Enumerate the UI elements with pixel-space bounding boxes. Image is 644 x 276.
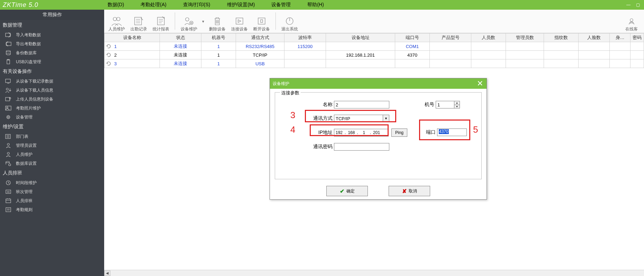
svg-rect-8 (6, 97, 10, 101)
th-name[interactable]: 设备名称 (105, 34, 160, 42)
sidebar-item-person[interactable]: 人员维护 (0, 150, 104, 159)
svg-point-2 (6, 50, 10, 52)
th-comm[interactable]: 通信方式 (236, 34, 284, 42)
table-header-row: 设备名称 状态 机器号 通信方式 波特率 设备地址 端口号 产品型号 人员数 管… (105, 34, 644, 42)
dialog-title: 设备维护 (273, 81, 289, 87)
ping-button[interactable]: Ping (391, 129, 407, 137)
input-password[interactable] (334, 143, 389, 151)
scroll-left-icon[interactable]: ◀ (104, 270, 110, 276)
table-row[interactable]: 3未连接1USB (105, 59, 644, 68)
sidebar-item-backup[interactable]: 备份数据库 (0, 48, 104, 57)
tb-exit[interactable]: 退出系统 (279, 11, 300, 32)
menu-device-mgmt[interactable]: 设备管理 (271, 2, 291, 8)
th-admins[interactable]: 管理员数 (506, 34, 544, 42)
sidebar-item-shift[interactable]: 班次管理 (0, 187, 104, 196)
sidebar-header: 常用操作 (0, 10, 104, 20)
sidebar-item-schedule[interactable]: 人员排班 (0, 196, 104, 205)
th-port[interactable]: 端口号 (395, 34, 430, 42)
label-machine-no: 机号 (418, 102, 434, 108)
rules-icon (5, 207, 12, 213)
tb-device-dropdown[interactable]: ▾ (201, 11, 206, 32)
cancel-button[interactable]: ✘取消 (389, 186, 430, 196)
svg-point-14 (7, 143, 9, 145)
input-machine-no[interactable]: ▲▼ (436, 101, 460, 108)
svg-point-3 (6, 54, 10, 55)
svg-rect-20 (6, 199, 11, 203)
menu-query[interactable]: 查询/打印(S) (183, 2, 210, 8)
th-face[interactable]: 人脸数 (579, 34, 610, 42)
svg-point-27 (190, 21, 193, 25)
label-comm: 通讯方式 (308, 115, 333, 122)
maximize-icon[interactable]: ▢ (636, 2, 640, 7)
marker-5: 5 (473, 124, 478, 135)
sidebar-item-rules[interactable]: 考勤规则 (0, 205, 104, 214)
menu-maintain[interactable]: 维护/设置(M) (227, 2, 255, 8)
th-status[interactable]: 状态 (160, 34, 201, 42)
group-device-ops: 有关设备操作 (0, 66, 104, 77)
refresh-icon (106, 44, 111, 49)
tb-online[interactable]: 在线客 (621, 11, 642, 32)
tb-delete[interactable]: 删除设备 (207, 11, 228, 32)
person-icon (5, 151, 12, 158)
menu-data[interactable]: 数据(D) (108, 2, 124, 8)
th-baud[interactable]: 波特率 (284, 34, 326, 42)
sidebar-item-upload-personnel[interactable]: 上传人员信息到设备 (0, 95, 104, 104)
sidebar-item-download-personnel[interactable]: 从设备下载人员信息 (0, 86, 104, 95)
import-icon (5, 32, 12, 38)
th-machine-no[interactable]: 机器号 (201, 34, 236, 42)
th-model[interactable]: 产品型号 (430, 34, 471, 42)
tb-disconnect[interactable]: 断开设备 (251, 11, 272, 32)
group-data-mgmt: 数据管理 (0, 20, 104, 30)
close-icon[interactable]: ✕ (477, 79, 483, 88)
sidebar: 常用操作 数据管理 导入考勤数据 导出考勤数据 备份数据库 USB闪盘管理 有关… (0, 10, 104, 276)
tb-attlog[interactable]: 出勤记录 (128, 11, 149, 32)
toolbar-separator (175, 12, 175, 30)
tb-connect[interactable]: 连接设备 (229, 11, 250, 32)
th-addr[interactable]: 设备地址 (326, 34, 395, 42)
th-pwd[interactable]: 密码 (631, 34, 644, 42)
tb-report[interactable]: 统计报表 (151, 11, 171, 32)
sidebar-item-export[interactable]: 导出考勤数据 (0, 39, 104, 48)
svg-point-28 (191, 22, 192, 23)
table-row[interactable]: 1未连接1RS232/RS485115200COM1 (105, 42, 644, 51)
shift-icon (5, 189, 12, 195)
svg-rect-21 (6, 208, 11, 212)
sidebar-item-usb[interactable]: USB闪盘管理 (0, 57, 104, 66)
sidebar-item-device-mgmt[interactable]: 设备管理 (0, 113, 104, 122)
th-users[interactable]: 人员数 (471, 34, 506, 42)
tb-person[interactable]: 人员维护 (106, 11, 127, 32)
dropdown-icon[interactable]: ▼ (383, 115, 389, 122)
toolbar: 人员维护 出勤记录 统计报表 设备维护 ▾ 删除设备 连接设备 断开设备 退出系… (104, 10, 644, 33)
sidebar-item-download-records[interactable]: 从设备下载记录数据 (0, 77, 104, 86)
sidebar-item-photo[interactable]: 考勤照片维护 (0, 104, 104, 113)
svg-point-22 (113, 17, 117, 21)
svg-rect-19 (6, 190, 11, 193)
sidebar-item-department[interactable]: 部门表 (0, 132, 104, 141)
horizontal-scrollbar[interactable]: ◀ (104, 270, 644, 276)
th-fp[interactable]: 指纹数 (544, 34, 579, 42)
svg-rect-4 (7, 60, 10, 64)
sidebar-item-admin[interactable]: 管理员设置 (0, 141, 104, 150)
dialog-title-bar[interactable]: 设备维护 ✕ (270, 78, 487, 89)
menu-help[interactable]: 帮助(H) (307, 2, 324, 8)
spin-up-icon[interactable]: ▲ (454, 101, 460, 105)
tb-device[interactable]: 设备维护 (179, 11, 199, 32)
input-ip[interactable]: 192. 168. 1. 201 (334, 129, 389, 136)
titlebar: ZKTime 5.0 数据(D) 考勤处理(A) 查询/打印(S) 维护/设置(… (0, 0, 644, 10)
select-comm[interactable] (334, 115, 383, 122)
th-height[interactable]: 身… (610, 34, 631, 42)
spin-down-icon[interactable]: ▼ (454, 105, 460, 108)
sidebar-item-db-setting[interactable]: 数据库设置 (0, 159, 104, 168)
svg-point-12 (8, 117, 9, 118)
table-row[interactable]: 2未连接1TCP/IP192.168.1.2014370 (105, 51, 644, 59)
menu-attendance[interactable]: 考勤处理(A) (140, 2, 166, 8)
svg-rect-30 (258, 18, 265, 24)
sidebar-item-timeslot[interactable]: 时间段维护 (0, 178, 104, 187)
input-name[interactable] (334, 101, 389, 108)
input-port[interactable]: 4370 (437, 129, 467, 136)
minimize-icon[interactable]: — (626, 2, 631, 7)
gear-icon (5, 114, 12, 120)
app-title: ZKTime 5.0 (3, 1, 38, 9)
sidebar-item-import[interactable]: 导入考勤数据 (0, 30, 104, 39)
ok-button[interactable]: ✔确定 (326, 186, 368, 196)
